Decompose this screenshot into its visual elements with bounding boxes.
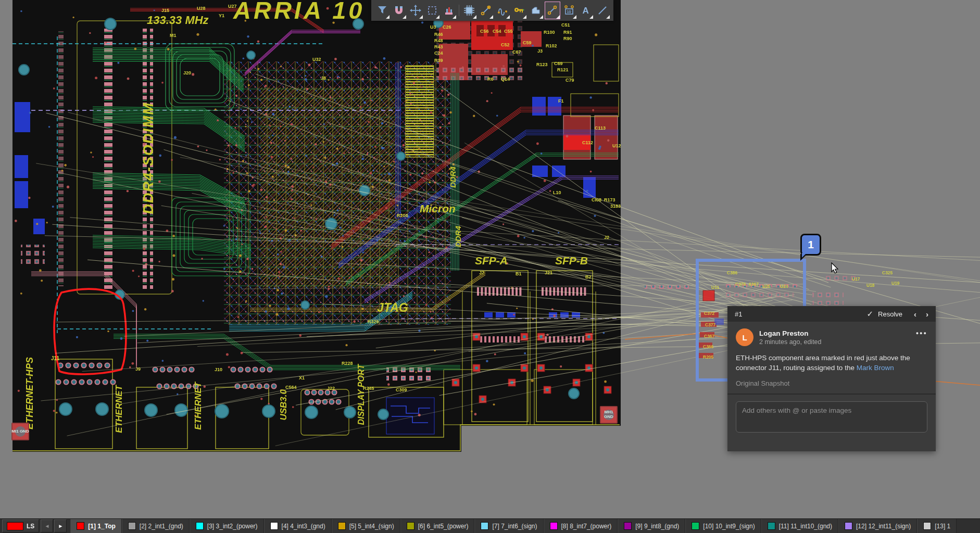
cross-probe-tool-button[interactable] bbox=[441, 2, 457, 19]
layer-tab[interactable]: [8] 8_int7_(power) bbox=[544, 519, 618, 533]
layer-tab-label: [13] 1 bbox=[935, 523, 950, 530]
layer-tab[interactable]: [10] 10_int9_(sign) bbox=[685, 519, 761, 533]
toolbar-separator bbox=[459, 5, 459, 16]
layer-set-button[interactable]: LS bbox=[2, 519, 39, 532]
svg-text:10: 10 bbox=[567, 9, 571, 14]
layer-color-chip bbox=[481, 522, 488, 530]
layer-tab-label: [1] 1_Top bbox=[88, 523, 115, 530]
line-draw-tool-button[interactable] bbox=[595, 2, 610, 19]
signal-tune-tool-button[interactable] bbox=[495, 2, 510, 19]
comment-marker-1[interactable]: 1 bbox=[800, 234, 821, 256]
layer-color-chip bbox=[77, 522, 84, 530]
layer-tab-label: [2] 2_int1_(gnd) bbox=[140, 523, 183, 530]
layer-color-chip bbox=[692, 522, 699, 530]
comment-author: Logan Preston bbox=[759, 329, 822, 337]
layer-color-chip bbox=[270, 522, 278, 530]
layer-tab[interactable]: [7] 7_int6_(sign) bbox=[474, 519, 543, 533]
layer-tab-label: [7] 7_int6_(sign) bbox=[492, 523, 537, 530]
key-icon bbox=[513, 5, 525, 16]
layer-tab-label: [3] 3_int2_(power) bbox=[207, 523, 258, 530]
filter-tool-button[interactable] bbox=[374, 2, 390, 19]
layer-tab[interactable]: [2] 2_int1_(gnd) bbox=[122, 519, 190, 533]
layer-color-chip bbox=[768, 522, 775, 530]
layers-scroll-right-button[interactable]: ► bbox=[54, 519, 67, 532]
move-tool-button[interactable] bbox=[408, 2, 423, 19]
layer-color-chip bbox=[338, 522, 346, 530]
chip-icon bbox=[463, 5, 475, 16]
layer-tab[interactable]: [1] 1_Top bbox=[70, 519, 121, 533]
measure-tool-button[interactable] bbox=[545, 2, 560, 19]
layer-set-label: LS bbox=[27, 523, 34, 530]
layer-tab-label: [9] 9_int8_(gnd) bbox=[635, 523, 679, 530]
layer-tab[interactable]: [11] 11_int10_(gnd) bbox=[761, 519, 838, 533]
layer-tab[interactable]: [4] 4_int3_(gnd) bbox=[264, 519, 332, 533]
resolve-label: Resolve bbox=[878, 310, 902, 318]
avatar: L bbox=[736, 328, 753, 346]
line-icon bbox=[599, 7, 606, 14]
active-layer-swatch bbox=[7, 522, 23, 530]
ruler-grid-tool-button[interactable]: 10 bbox=[561, 2, 577, 19]
comment-reply-area bbox=[727, 394, 936, 441]
layer-tab-label: [5] 5_int4_(sign) bbox=[349, 523, 394, 530]
viewer-toolbar: 10 A bbox=[371, 0, 613, 21]
comment-timestamp: 2 minutes ago, edited bbox=[759, 338, 822, 346]
prev-comment-button[interactable]: ‹ bbox=[914, 310, 916, 319]
comment-id: #1 bbox=[735, 310, 742, 318]
layer-tab[interactable]: [6] 6_int5_(power) bbox=[400, 519, 475, 533]
net-route-tool-button[interactable] bbox=[478, 2, 494, 19]
layer-tab-label: [4] 4_int3_(gnd) bbox=[282, 523, 325, 530]
original-snapshot-link[interactable]: Original Snapshot bbox=[736, 379, 927, 387]
layer-tab-label: [10] 10_int9_(sign) bbox=[703, 523, 755, 530]
comment-panel-header: #1 ✓ Resolve ‹ › bbox=[727, 306, 936, 322]
component-tool-button[interactable] bbox=[461, 2, 477, 19]
comment-menu-button[interactable]: ●●● bbox=[916, 331, 927, 336]
magnet-tool-button[interactable] bbox=[391, 2, 407, 19]
key-tool-button[interactable] bbox=[511, 2, 527, 19]
layer-tab[interactable]: [5] 5_int4_(sign) bbox=[332, 519, 400, 533]
text-icon: A bbox=[583, 6, 589, 16]
reply-input[interactable] bbox=[736, 401, 927, 433]
ruler-icon: 10 bbox=[563, 5, 575, 16]
tune-icon bbox=[497, 5, 508, 16]
layer-tab[interactable]: [13] 1 bbox=[917, 519, 957, 533]
layer-tab-label: [8] 8_int7_(power) bbox=[561, 523, 612, 530]
layer-color-chip bbox=[923, 522, 931, 530]
move-icon bbox=[410, 5, 421, 16]
layer-tab-label: [6] 6_int5_(power) bbox=[418, 523, 469, 530]
layer-color-chip bbox=[128, 522, 136, 530]
layer-color-chip bbox=[550, 522, 558, 530]
filter-icon bbox=[378, 6, 386, 14]
resolve-button[interactable]: ✓ Resolve bbox=[866, 309, 902, 319]
comment-panel: #1 ✓ Resolve ‹ › L Logan Preston 2 minut… bbox=[727, 306, 936, 451]
comment-text: ETH-HPS component area marked in red jus… bbox=[736, 353, 927, 373]
layer-color-chip bbox=[624, 522, 632, 530]
layer-tab[interactable]: [3] 3_int2_(power) bbox=[190, 519, 264, 533]
layers-scroll-left-button[interactable]: ◄ bbox=[41, 519, 53, 532]
layer-tabs: [1] 1_Top[2] 2_int1_(gnd)[3] 3_int2_(pow… bbox=[70, 519, 980, 533]
layer-tab[interactable]: [9] 9_int8_(gnd) bbox=[618, 519, 685, 533]
marquee-icon bbox=[429, 7, 436, 14]
text-tool-button[interactable]: A bbox=[578, 2, 594, 19]
polygon-plane-tool-button[interactable] bbox=[528, 2, 544, 19]
layer-color-chip bbox=[845, 522, 852, 530]
route-icon bbox=[480, 5, 492, 16]
layer-tab-label: [11] 11_int10_(gnd) bbox=[779, 523, 832, 530]
check-icon: ✓ bbox=[866, 309, 873, 319]
polygon-icon bbox=[532, 7, 539, 14]
pcb-viewer-stage: ARRIA 10 133.33 MHz DDR4-SODIMM Micron D… bbox=[0, 0, 980, 533]
measure-icon bbox=[547, 5, 558, 16]
layer-color-chip bbox=[407, 522, 414, 530]
probe-icon bbox=[443, 5, 455, 16]
layer-tab-label: [12] 12_int11_(sign) bbox=[856, 523, 911, 530]
layer-tab[interactable]: [12] 12_int11_(sign) bbox=[838, 519, 917, 533]
layer-bar: LS ◄ ► [1] 1_Top[2] 2_int1_(gnd)[3] 3_in… bbox=[0, 518, 980, 533]
layer-color-chip bbox=[196, 522, 204, 530]
pcb-canvas[interactable] bbox=[0, 0, 980, 533]
area-select-tool-button[interactable] bbox=[424, 2, 440, 19]
next-comment-button[interactable]: › bbox=[926, 310, 928, 319]
comment-body: L Logan Preston 2 minutes ago, edited ●●… bbox=[727, 322, 936, 387]
mention-link[interactable]: Mark Brown bbox=[857, 364, 894, 372]
